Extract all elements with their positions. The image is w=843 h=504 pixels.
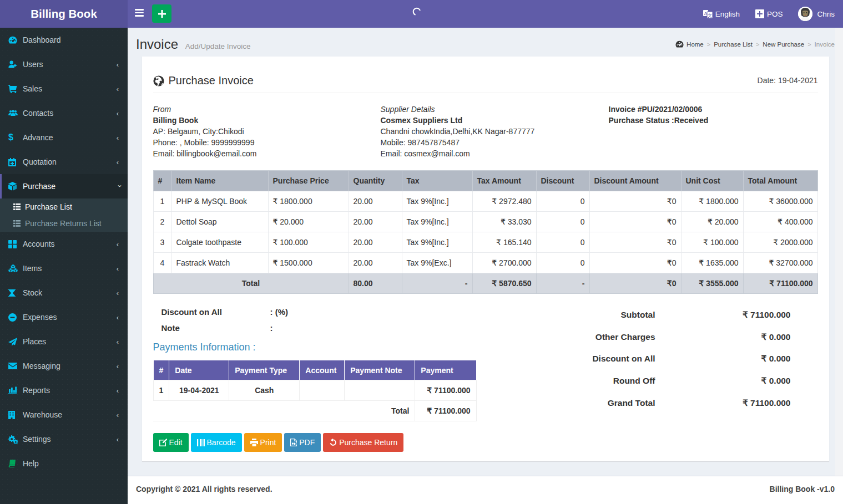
svg-text:文: 文: [708, 13, 712, 18]
